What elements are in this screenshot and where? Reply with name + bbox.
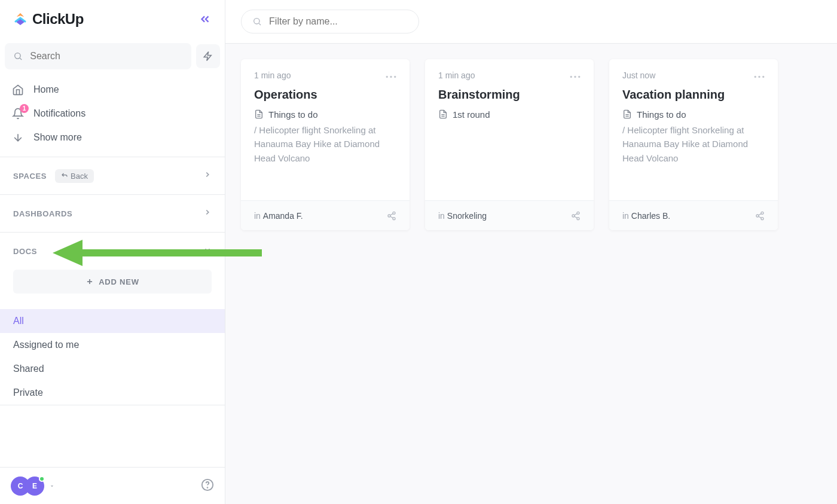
chevron-double-left-icon — [198, 13, 212, 26]
section-docs-header[interactable]: DOCS — [0, 233, 225, 270]
plus-icon — [85, 277, 94, 286]
card-more-button[interactable] — [754, 70, 765, 81]
doc-card[interactable]: Just now Vacation planning Things to do … — [609, 59, 778, 230]
svg-point-16 — [754, 76, 756, 78]
card-share-button[interactable] — [755, 211, 765, 221]
svg-point-21 — [761, 217, 763, 219]
section-spaces-header[interactable]: SPACES Back — [0, 157, 225, 194]
svg-point-2 — [207, 487, 208, 488]
document-icon — [438, 109, 448, 120]
nav-notifications[interactable]: 1 Notifications — [5, 102, 220, 126]
sidebar: ClickUp Home — [0, 0, 225, 504]
card-title: Brainstorming — [425, 81, 594, 109]
svg-point-20 — [756, 215, 759, 217]
doc-card[interactable]: 1 min ago Brainstorming 1st round in Sno… — [425, 59, 594, 230]
share-icon — [755, 211, 765, 221]
brand: ClickUp — [13, 11, 212, 28]
card-location: in Charles B. — [622, 211, 670, 221]
search-icon — [252, 16, 262, 27]
return-icon — [61, 172, 68, 179]
search-box[interactable] — [5, 43, 191, 69]
card-time: 1 min ago — [438, 71, 475, 80]
card-doc-title: Things to do — [637, 109, 686, 120]
svg-point-11 — [574, 76, 576, 78]
bolt-icon — [203, 51, 213, 62]
card-location: in Amanda F. — [254, 211, 303, 221]
chevron-right-icon — [203, 170, 212, 179]
svg-point-12 — [578, 76, 580, 78]
docs-filter-all[interactable]: All — [0, 309, 225, 333]
svg-point-8 — [388, 215, 390, 217]
dots-icon — [754, 75, 765, 78]
docs-filter-assigned[interactable]: Assigned to me — [0, 333, 225, 357]
card-doc-desc: / Helicopter flight Snorkeling at Hanaum… — [254, 123, 396, 165]
main-content: 1 min ago Operations Things to do / Heli… — [225, 0, 837, 504]
document-icon — [622, 109, 632, 120]
svg-point-13 — [577, 212, 579, 214]
quick-action-button[interactable] — [196, 44, 220, 68]
svg-point-0 — [15, 53, 20, 59]
help-button[interactable] — [201, 478, 214, 494]
help-icon — [201, 478, 214, 491]
share-icon — [571, 211, 581, 221]
svg-point-18 — [762, 76, 764, 78]
filter-bar — [225, 0, 837, 44]
document-icon — [254, 109, 264, 120]
collapse-sidebar-button[interactable] — [198, 13, 212, 26]
dots-icon — [386, 75, 396, 78]
nav-home[interactable]: Home — [5, 78, 220, 102]
section-docs-label: DOCS — [13, 247, 37, 256]
card-more-button[interactable] — [570, 70, 581, 81]
card-title: Operations — [241, 81, 410, 109]
svg-point-3 — [254, 19, 259, 24]
svg-point-7 — [393, 212, 395, 214]
doc-card[interactable]: 1 min ago Operations Things to do / Heli… — [241, 59, 410, 230]
user-menu[interactable]: C E — [11, 476, 55, 496]
section-spaces-label: SPACES — [13, 172, 47, 181]
docs-cards: 1 min ago Operations Things to do / Heli… — [225, 44, 837, 246]
chevron-down-icon — [12, 132, 24, 143]
caret-down-icon — [49, 483, 55, 489]
card-doc-desc: / Helicopter flight Snorkeling at Hanaum… — [622, 123, 765, 165]
filter-box[interactable] — [241, 10, 419, 33]
filter-input[interactable] — [269, 16, 408, 27]
card-share-button[interactable] — [387, 211, 396, 221]
chevron-right-icon — [203, 208, 212, 216]
search-icon — [13, 51, 23, 62]
docs-filter-shared[interactable]: Shared — [0, 357, 225, 381]
home-icon — [12, 84, 24, 96]
section-dashboards-label: DASHBOARDS — [13, 209, 72, 218]
notifications-badge: 1 — [20, 104, 29, 113]
spaces-back-label: Back — [71, 172, 88, 181]
nav-notifications-label: Notifications — [33, 108, 85, 119]
svg-point-9 — [393, 217, 395, 219]
share-icon — [387, 211, 396, 221]
svg-point-4 — [386, 76, 388, 78]
svg-point-6 — [394, 76, 396, 78]
spaces-back-button[interactable]: Back — [55, 169, 94, 183]
card-title: Vacation planning — [609, 81, 778, 109]
nav-show-more[interactable]: Show more — [5, 126, 220, 149]
card-doc-title: Things to do — [268, 109, 318, 120]
card-time: Just now — [622, 71, 655, 80]
brand-logo[interactable]: ClickUp — [13, 11, 84, 28]
card-share-button[interactable] — [571, 211, 581, 221]
search-input[interactable] — [30, 51, 183, 62]
nav-show-more-label: Show more — [33, 132, 82, 143]
clickup-logo-icon — [13, 12, 28, 26]
svg-point-10 — [570, 76, 572, 78]
dots-icon — [570, 75, 581, 78]
nav-home-label: Home — [33, 84, 59, 95]
svg-point-19 — [761, 212, 763, 214]
card-location: in Snorkeling — [438, 211, 487, 221]
section-dashboards-header[interactable]: DASHBOARDS — [0, 195, 225, 232]
sidebar-footer: C E — [0, 467, 225, 504]
docs-filter-private[interactable]: Private — [0, 381, 225, 405]
card-time: 1 min ago — [254, 71, 291, 80]
brand-name: ClickUp — [32, 11, 84, 28]
add-new-label: ADD NEW — [99, 277, 139, 286]
chevron-down-icon — [203, 246, 212, 254]
card-more-button[interactable] — [386, 70, 396, 81]
svg-point-14 — [572, 215, 575, 217]
add-new-doc-button[interactable]: ADD NEW — [13, 270, 212, 294]
